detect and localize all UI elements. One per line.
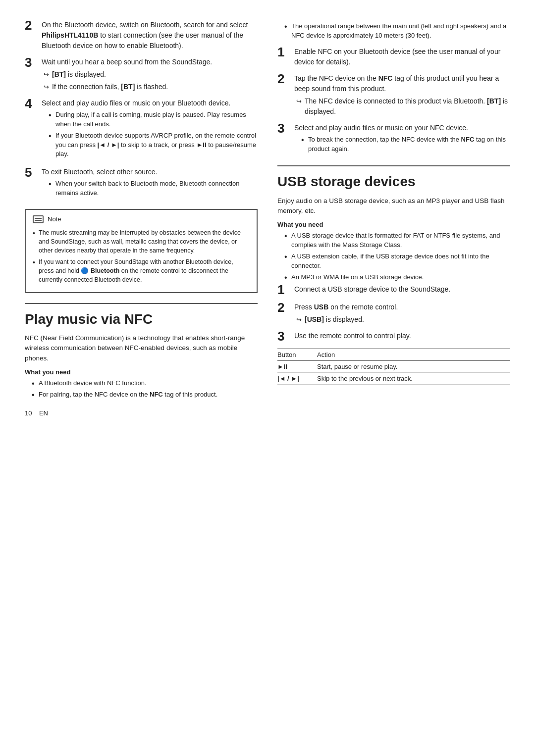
nfc-step-3-block: 3 Select and play audio files or music o…	[277, 123, 510, 156]
arrow-icon-usb-2: ↪	[296, 315, 302, 325]
note-icon	[33, 215, 44, 223]
bullet-dot-usb-1: •	[284, 231, 291, 241]
nfc-step-3-bullet-1: • To break the connection, tap the NFC d…	[301, 135, 510, 154]
nfc-step-3-bullet-1-text: To break the connection, tap the NFC dev…	[308, 135, 510, 154]
step-5-bullet-1: • When your switch back to Bluetooth mod…	[49, 179, 258, 198]
step-5-bullet-1-text: When your switch back to Bluetooth mode,…	[55, 179, 258, 198]
usb-step-1-number: 1	[277, 283, 294, 296]
step-5-content: To exit Bluetooth, select other source. …	[42, 167, 258, 200]
bullet-dot-2: •	[49, 131, 55, 141]
step-4-main: Select and play audio files or music on …	[42, 99, 230, 107]
step-3-main: Wait until you hear a beep sound from th…	[42, 58, 212, 66]
step-5-main: To exit Bluetooth, select other source.	[42, 168, 157, 176]
nfc-step-2-block: 2 Tap the NFC device on the NFC tag of t…	[277, 73, 510, 117]
step-3-arrow-1-text: [BT] is displayed.	[52, 69, 106, 80]
usb-step-2-arrow-1: ↪ [USB] is displayed.	[296, 314, 510, 325]
usb-step-2-content: Press USB on the remote control. ↪ [USB]…	[294, 302, 510, 325]
step-2-content: On the Bluetooth device, switch on Bluet…	[42, 20, 258, 51]
table-row-1-button: ►II	[277, 363, 317, 370]
usb-title-rest: storage devices	[307, 174, 415, 189]
play-music-need-1-text: A Bluetooth device with NFC function.	[39, 379, 147, 388]
nfc-step-1-block: 1 Enable NFC on your Bluetooth device (s…	[277, 47, 510, 67]
bullet-dot-pn-2: •	[32, 390, 39, 400]
usb-step-1-content: Connect a USB storage device to the Soun…	[294, 284, 510, 295]
usb-title-usb: USB	[277, 174, 307, 189]
bullet-dot-usb-3: •	[284, 273, 291, 282]
usb-step-3-block: 3 Use the remote control to control play…	[277, 331, 510, 343]
usb-need-3: • An MP3 or WMA file on a USB storage de…	[284, 273, 510, 282]
bullet-dot-usb-2: •	[284, 252, 291, 261]
nfc-intro-bullets: • The operational range between the main…	[284, 22, 510, 41]
step-3-arrow-2-text: If the connection fails, [BT] is flashed…	[52, 82, 168, 92]
nfc-intro-bullet-1: • The operational range between the main…	[284, 22, 510, 41]
bullet-dot-pn-1: •	[32, 379, 39, 388]
nfc-step-3-main: Select and play audio files or music on …	[294, 124, 468, 132]
usb-section-divider	[277, 165, 510, 166]
play-music-what-you-need-heading: What you need	[25, 368, 258, 376]
usb-intro: Enjoy audio on a USB storage device, suc…	[277, 196, 510, 216]
usb-need-2-text: A USB extension cable, if the USB storag…	[291, 252, 510, 271]
usb-step-2-number: 2	[277, 301, 294, 314]
step-4-bullet-2-text: If your Bluetooth device supports AVRCP …	[55, 131, 258, 159]
note-box: Note • The music streaming may be interr…	[25, 209, 258, 293]
step-2-block: 2 On the Bluetooth device, switch on Blu…	[25, 20, 258, 51]
usb-what-you-need-list: • A USB storage device that is formatted…	[284, 231, 510, 282]
usb-step-1-main: Connect a USB storage device to the Soun…	[294, 285, 450, 293]
step-2-device-name: PhilipsHTL4110B	[42, 31, 98, 39]
usb-step-2-block: 2 Press USB on the remote control. ↪ [US…	[277, 302, 510, 325]
usb-need-1-text: A USB storage device that is formatted f…	[291, 231, 510, 250]
note-bullet-dot-2: •	[33, 257, 39, 267]
nfc-step-1-main: Enable NFC on your Bluetooth device (see…	[294, 48, 500, 66]
arrow-icon-nfc-2: ↪	[296, 97, 302, 106]
play-music-what-you-need-list: • A Bluetooth device with NFC function. …	[32, 379, 258, 400]
nfc-step-2-number: 2	[277, 72, 294, 85]
nfc-intro-bullet-1-text: The operational range between the main u…	[291, 22, 510, 41]
step-4-number: 4	[25, 97, 42, 110]
play-music-title: Play music via NFC	[25, 311, 258, 328]
step-3-number: 3	[25, 56, 42, 69]
note-bullet-dot-1: •	[33, 228, 39, 238]
arrow-icon-1: ↪	[44, 70, 49, 80]
table-row-2-button: |◄ / ►|	[277, 375, 317, 382]
nfc-step-3-bullets: • To break the connection, tap the NFC d…	[301, 135, 510, 154]
bullet-dot-1: •	[49, 110, 55, 120]
step-4-bullet-2: • If your Bluetooth device supports AVRC…	[49, 131, 258, 159]
usb-step-2-main: Press USB on the remote control.	[294, 303, 398, 311]
left-column: 2 On the Bluetooth device, switch on Blu…	[25, 20, 258, 417]
table-row-1: ►II Start, pause or resume play.	[277, 361, 510, 373]
usb-need-2: • A USB extension cable, if the USB stor…	[284, 252, 510, 271]
play-music-need-2-text: For pairing, tap the NFC device on the N…	[39, 390, 217, 400]
note-label: Note	[48, 215, 61, 224]
step-5-number: 5	[25, 166, 42, 179]
step-4-content: Select and play audio files or music on …	[42, 98, 258, 161]
step-3-block: 3 Wait until you hear a beep sound from …	[25, 57, 258, 92]
step-4-bullet-1: • During play, if a call is coming, musi…	[49, 110, 258, 129]
usb-need-1: • A USB storage device that is formatted…	[284, 231, 510, 250]
table-row-2: |◄ / ►| Skip to the previous or next tra…	[277, 373, 510, 385]
page-container: 2 On the Bluetooth device, switch on Blu…	[0, 0, 535, 437]
table-header-button: Button	[277, 351, 317, 358]
step-4-bullets: • During play, if a call is coming, musi…	[49, 110, 258, 159]
step-3-content: Wait until you hear a beep sound from th…	[42, 57, 258, 92]
note-header: Note	[33, 215, 250, 224]
right-column: • The operational range between the main…	[277, 20, 510, 417]
table-header-action: Action	[317, 351, 510, 358]
table-header-row: Button Action	[277, 349, 510, 361]
play-music-need-2: • For pairing, tap the NFC device on the…	[32, 390, 258, 400]
step-4-bullet-1-text: During play, if a call is coming, music …	[55, 110, 258, 129]
note-item-2: • If you want to connect your SoundStage…	[33, 257, 250, 284]
step-3-arrow-2: ↪ If the connection fails, [BT] is flash…	[44, 82, 258, 92]
note-item-2-text: If you want to connect your SoundStage w…	[39, 257, 250, 284]
arrow-icon-2: ↪	[44, 82, 49, 92]
footer-page-number: 10 EN	[25, 409, 258, 417]
step-3-arrow-1: ↪ [BT] is displayed.	[44, 69, 258, 80]
play-music-need-1: • A Bluetooth device with NFC function.	[32, 379, 258, 388]
nfc-step-3-content: Select and play audio files or music on …	[294, 123, 510, 156]
nfc-step-2-content: Tap the NFC device on the NFC tag of thi…	[294, 73, 510, 117]
note-item-1: • The music streaming may be interrupted…	[33, 228, 250, 255]
nfc-step-1-content: Enable NFC on your Bluetooth device (see…	[294, 47, 510, 67]
usb-section-title: USB storage devices	[277, 173, 510, 190]
nfc-step-3-number: 3	[277, 122, 294, 135]
play-music-divider	[25, 303, 258, 304]
nfc-step-1-number: 1	[277, 46, 294, 58]
